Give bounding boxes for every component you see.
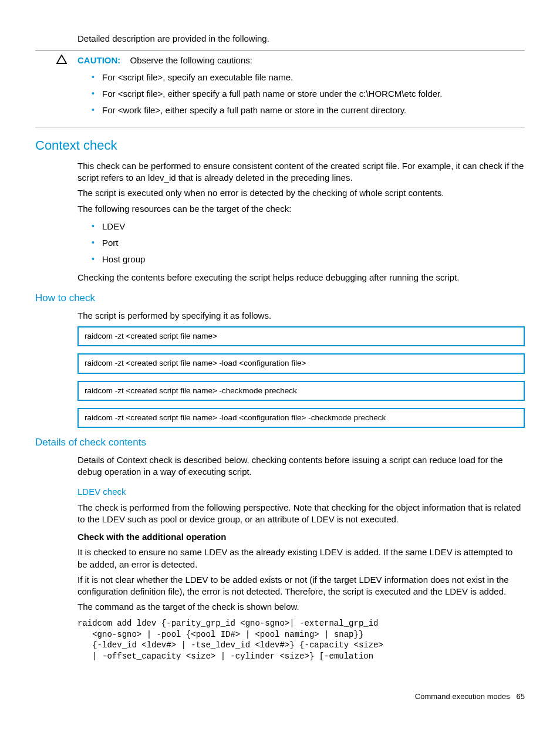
caution-text: Observe the following cautions:: [130, 55, 252, 65]
context-check-heading: Context check: [35, 137, 525, 154]
body-text: It is checked to ensure no same LDEV as …: [77, 546, 525, 571]
body-text: Checking the contents before executing t…: [77, 272, 525, 283]
context-bullets: LDEV Port Host group: [77, 218, 525, 268]
ldev-check-heading: LDEV check: [77, 486, 525, 498]
list-item: LDEV: [92, 218, 525, 235]
body-text: If it is not clear whether the LDEV to b…: [77, 574, 525, 598]
body-text: The check is performed from the followin…: [77, 502, 525, 526]
body-text: The command as the target of the check i…: [77, 601, 525, 613]
code-box: raidcom -zt <created script file name>: [77, 326, 525, 346]
bold-subhead: Check with the additional operation: [77, 531, 525, 543]
caution-icon: [35, 55, 77, 67]
body-text: Details of Context check is described be…: [77, 454, 525, 478]
caution-block: CAUTION: Observe the following cautions:…: [35, 50, 525, 127]
footer-text: Command execution modes: [415, 692, 510, 701]
body-text: The following resources can be the targe…: [77, 203, 525, 215]
page-number: 65: [517, 692, 525, 701]
list-item: Port: [92, 235, 525, 251]
caution-bullets: For <script file>, specify an executable…: [77, 69, 525, 119]
list-item: For <work file>, either specify a full p…: [92, 102, 525, 119]
body-text: This check can be performed to ensure co…: [77, 160, 525, 184]
code-box: raidcom -zt <created script file name> -…: [77, 408, 525, 428]
list-item: Host group: [92, 251, 525, 268]
code-block: raidcom add ldev {-parity_grp_id <gno-sg…: [77, 618, 525, 663]
list-item: For <script file>, either specify a full…: [92, 86, 525, 102]
body-text: The script is performed by specifying it…: [77, 310, 525, 322]
details-heading: Details of check contents: [35, 436, 525, 450]
code-box: raidcom -zt <created script file name> -…: [77, 381, 525, 401]
page-footer: Command execution modes 65: [35, 691, 525, 702]
intro-paragraph: Detailed description are provided in the…: [77, 33, 525, 45]
caution-label: CAUTION:: [77, 55, 120, 65]
list-item: For <script file>, specify an executable…: [92, 69, 525, 86]
how-to-check-heading: How to check: [35, 292, 525, 305]
body-text: The script is executed only when no erro…: [77, 187, 525, 199]
code-box: raidcom -zt <created script file name> -…: [77, 353, 525, 373]
